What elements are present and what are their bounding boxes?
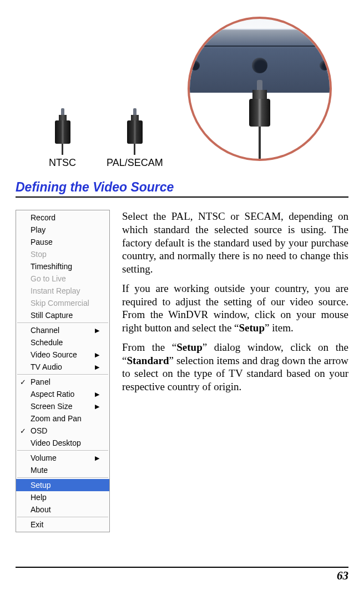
menu-item-help[interactable]: Help <box>16 491 109 503</box>
menu-item-label: TV Audio <box>31 362 62 371</box>
submenu-arrow-icon: ▶ <box>95 455 99 462</box>
menu-separator <box>17 477 108 478</box>
footer-divider <box>16 567 348 568</box>
menu-item-go-to-live: Go to Live <box>16 273 109 285</box>
check-icon: ✓ <box>20 427 26 435</box>
menu-item-screen-size[interactable]: Screen Size▶ <box>16 400 109 412</box>
menu-item-schedule[interactable]: Schedule <box>16 336 109 349</box>
menu-item-channel[interactable]: Channel▶ <box>16 324 109 336</box>
menu-item-label: Record <box>31 213 55 222</box>
body-text: Select the PAL, NTSC or SECAM, depending… <box>122 210 348 400</box>
context-menu[interactable]: RecordPlayPauseStopTimeshiftingGo to Liv… <box>16 210 110 532</box>
menu-item-exit[interactable]: Exit <box>16 518 109 531</box>
page-number: 63 <box>16 569 348 583</box>
menu-item-label: Channel <box>31 326 59 335</box>
menu-item-label: Mute <box>31 466 48 475</box>
submenu-arrow-icon: ▶ <box>95 327 99 334</box>
pal-secam-label: PAL/SECAM <box>107 157 163 169</box>
menu-item-volume[interactable]: Volume▶ <box>16 452 109 464</box>
menu-item-label: Play <box>31 225 46 234</box>
menu-item-label: Panel <box>31 377 50 386</box>
paragraph-2: If you are working outside your country,… <box>122 282 348 335</box>
submenu-arrow-icon: ▶ <box>95 391 99 398</box>
menu-item-label: Zoom and Pan <box>31 414 82 423</box>
menu-item-timeshifting[interactable]: Timeshifting <box>16 260 109 273</box>
menu-separator <box>17 374 108 375</box>
menu-item-osd[interactable]: ✓OSD <box>16 425 109 437</box>
menu-item-label: OSD <box>31 426 47 435</box>
paragraph-1: Select the PAL, NTSC or SECAM, depending… <box>122 210 348 276</box>
ntsc-label: NTSC <box>49 157 76 169</box>
check-icon: ✓ <box>20 378 26 386</box>
hardware-figure: NTSC PAL/SECAM <box>16 17 348 172</box>
menu-item-record[interactable]: Record <box>16 211 109 224</box>
menu-item-label: Stop <box>31 250 47 259</box>
menu-item-mute[interactable]: Mute <box>16 464 109 476</box>
menu-item-aspect-ratio[interactable]: Aspect Ratio▶ <box>16 388 109 400</box>
menu-item-video-source[interactable]: Video Source▶ <box>16 349 109 361</box>
submenu-arrow-icon: ▶ <box>95 403 99 410</box>
menu-separator <box>17 517 108 517</box>
menu-item-label: Help <box>31 493 47 502</box>
menu-item-label: Instant Replay <box>31 286 80 295</box>
ntsc-plug: NTSC <box>49 108 76 169</box>
submenu-arrow-icon: ▶ <box>95 364 99 371</box>
menu-item-panel[interactable]: ✓Panel <box>16 376 109 388</box>
menu-item-about[interactable]: About <box>16 503 109 516</box>
menu-item-zoom-and-pan[interactable]: Zoom and Pan <box>16 412 109 425</box>
heading-divider <box>16 196 348 198</box>
submenu-arrow-icon: ▶ <box>95 351 99 359</box>
menu-item-label: Timeshifting <box>31 262 72 271</box>
menu-item-setup[interactable]: Setup <box>16 479 109 491</box>
menu-item-label: Volume <box>31 453 57 462</box>
menu-item-label: Go to Live <box>31 274 66 283</box>
menu-item-label: Skip Commercial <box>31 299 89 307</box>
menu-item-label: About <box>31 505 51 514</box>
menu-separator <box>17 450 108 451</box>
menu-item-label: Video Source <box>31 350 77 359</box>
menu-item-play[interactable]: Play <box>16 224 109 236</box>
menu-item-label: Still Capture <box>31 311 73 320</box>
menu-item-instant-replay: Instant Replay <box>16 285 109 297</box>
menu-item-skip-commercial: Skip Commercial <box>16 297 109 309</box>
menu-item-label: Pause <box>31 238 53 246</box>
menu-item-label: Screen Size <box>31 402 72 411</box>
pal-secam-plug: PAL/SECAM <box>107 108 163 169</box>
magnified-port-circle <box>188 17 332 161</box>
menu-item-still-capture[interactable]: Still Capture <box>16 309 109 321</box>
menu-item-label: Setup <box>31 481 51 490</box>
menu-item-video-desktop[interactable]: Video Desktop <box>16 437 109 449</box>
menu-item-label: Video Desktop <box>31 438 81 447</box>
menu-item-label: Aspect Ratio <box>31 390 74 399</box>
section-heading: Defining the Video Source <box>16 180 348 195</box>
menu-item-label: Schedule <box>31 338 63 347</box>
menu-item-label: Exit <box>31 520 43 529</box>
cable-jack-icon <box>247 80 272 135</box>
menu-item-stop: Stop <box>16 248 109 260</box>
menu-item-pause[interactable]: Pause <box>16 236 109 248</box>
menu-separator <box>17 322 108 323</box>
menu-item-tv-audio[interactable]: TV Audio▶ <box>16 361 109 373</box>
paragraph-3: From the “Setup” dialog window, click on… <box>122 341 348 394</box>
